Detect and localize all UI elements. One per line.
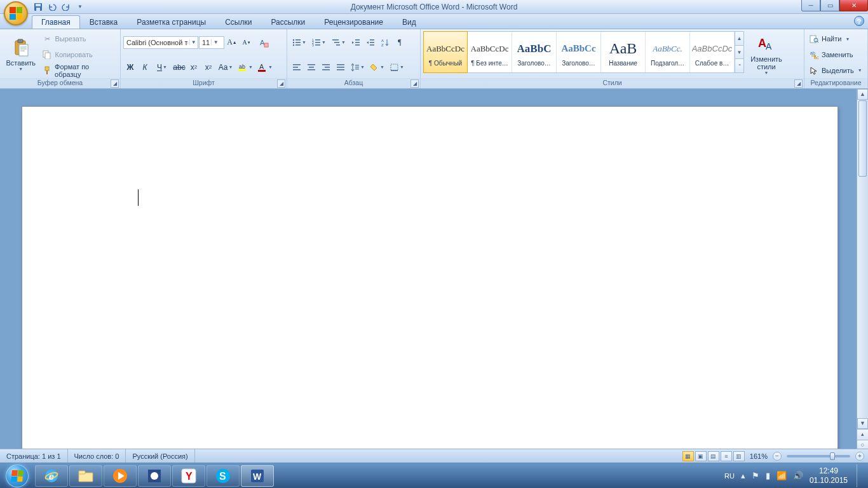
change-styles-button[interactable]: AA Изменить стили ▼ (747, 31, 786, 78)
font-size-combo[interactable]: 11▼ (199, 36, 224, 49)
scroll-up-button[interactable]: ▲ (857, 89, 868, 100)
tab-page-layout[interactable]: Разметка страницы (127, 15, 215, 29)
align-center-button[interactable] (304, 60, 318, 74)
decrease-indent-button[interactable] (349, 36, 363, 50)
underline-button[interactable]: Ч▼ (153, 60, 172, 74)
prev-page-button[interactable]: ▴ (857, 429, 868, 440)
style-item-4[interactable]: АаВНазвание (601, 32, 646, 72)
replace-button[interactable]: abacЗаменить (807, 48, 865, 62)
qat-customize-dropdown[interactable]: ▼ (74, 1, 86, 13)
status-words[interactable]: Число слов: 0 (68, 449, 126, 463)
sort-button[interactable]: AZ (378, 36, 392, 50)
view-draft-button[interactable]: ▥ (733, 451, 745, 461)
change-case-button[interactable]: Aa▼ (216, 60, 235, 74)
strikethrough-button[interactable]: abc (172, 60, 186, 74)
qat-undo-button[interactable] (46, 1, 58, 13)
zoom-thumb[interactable] (830, 452, 835, 460)
view-web-layout-button[interactable]: ▤ (708, 451, 719, 461)
highlight-button[interactable]: ab▼ (236, 60, 255, 74)
help-button[interactable]: ? (854, 16, 864, 26)
view-outline-button[interactable]: ≡ (721, 451, 732, 461)
style-item-0[interactable]: AaBbCcDc¶ Обычный (423, 31, 468, 73)
tray-volume-icon[interactable]: 🔊 (793, 471, 803, 480)
vertical-scrollbar[interactable]: ▲ ▼ ▴ ○ ▾ (857, 89, 868, 461)
cut-button[interactable]: ✂Вырезать (40, 32, 118, 46)
line-spacing-button[interactable]: ▼ (348, 60, 367, 74)
increase-indent-button[interactable] (363, 36, 377, 50)
style-item-1[interactable]: AaBbCcDc¶ Без инте… (468, 32, 512, 72)
shrink-font-button[interactable]: A▼ (240, 36, 254, 50)
justify-button[interactable] (334, 60, 348, 74)
format-painter-button[interactable]: Формат по образцу (40, 64, 118, 78)
gallery-more-button[interactable]: ⁼ (735, 59, 743, 72)
paste-button[interactable]: Вставить ▼ (3, 31, 39, 78)
tray-clock[interactable]: 12:49 01.10.2015 (810, 466, 848, 485)
status-language[interactable]: Русский (Россия) (126, 449, 194, 463)
tab-mailings[interactable]: Рассылки (261, 15, 315, 29)
scroll-down-button[interactable]: ▼ (857, 418, 868, 429)
show-desktop-button[interactable] (857, 464, 863, 487)
zoom-label[interactable]: 161% (750, 452, 768, 460)
styles-dialog-launcher[interactable]: ◢ (794, 79, 803, 88)
superscript-button[interactable]: x2 (201, 60, 215, 74)
taskbar-word-button[interactable]: W (241, 465, 274, 487)
italic-button[interactable]: К (138, 60, 152, 74)
tab-home[interactable]: Главная (32, 15, 80, 29)
tray-language[interactable]: RU (724, 472, 735, 480)
qat-save-button[interactable] (32, 1, 44, 13)
tray-show-hidden-icon[interactable]: ▴ (741, 471, 745, 480)
view-print-layout-button[interactable]: ▦ (682, 451, 694, 461)
font-dialog-launcher[interactable]: ◢ (277, 79, 285, 88)
office-button[interactable] (4, 1, 28, 25)
shading-button[interactable]: ▼ (368, 60, 387, 74)
tab-view[interactable]: Вид (393, 15, 426, 29)
font-name-combo[interactable]: Calibri (Основной те▼ (123, 36, 198, 49)
borders-button[interactable]: ▼ (388, 60, 407, 74)
tab-review[interactable]: Рецензирование (315, 15, 393, 29)
tray-battery-icon[interactable]: ▮ (766, 471, 770, 480)
clear-formatting-button[interactable]: A (254, 36, 273, 50)
view-full-screen-button[interactable]: ▣ (695, 451, 707, 461)
align-right-button[interactable] (319, 60, 333, 74)
style-item-5[interactable]: AaBbCc.Подзагол… (646, 32, 690, 72)
find-button[interactable]: Найти▼ (807, 32, 865, 46)
numbering-button[interactable]: 123▼ (309, 36, 329, 50)
copy-button[interactable]: Копировать (40, 48, 118, 62)
style-item-2[interactable]: AaBbCЗаголово… (512, 32, 557, 72)
gallery-down-button[interactable]: ▼ (735, 46, 743, 60)
bullets-button[interactable]: ▼ (290, 36, 309, 50)
multilevel-list-button[interactable]: ▼ (329, 36, 348, 50)
font-color-button[interactable]: A▼ (255, 60, 275, 74)
select-button[interactable]: Выделить▼ (807, 64, 865, 78)
tray-network-icon[interactable]: 📶 (776, 471, 787, 480)
show-marks-button[interactable]: ¶ (393, 36, 407, 50)
document-page[interactable] (22, 107, 837, 461)
scroll-thumb[interactable] (858, 100, 867, 177)
taskbar-explorer-button[interactable] (69, 465, 102, 487)
taskbar-app1-button[interactable] (138, 465, 171, 487)
grow-font-button[interactable]: A▲ (225, 36, 239, 50)
bold-button[interactable]: Ж (123, 60, 137, 74)
status-page[interactable]: Страница: 1 из 1 (0, 449, 68, 463)
start-button[interactable] (0, 463, 34, 489)
taskbar-ie-button[interactable]: e (35, 465, 68, 487)
tab-insert[interactable]: Вставка (80, 15, 128, 29)
tray-flag-icon[interactable]: ⚑ (752, 471, 759, 480)
taskbar-wmp-button[interactable] (104, 465, 137, 487)
gallery-up-button[interactable]: ▲ (735, 32, 743, 46)
style-item-6[interactable]: AaBbCcDcСлабое в… (690, 32, 735, 72)
paragraph-dialog-launcher[interactable]: ◢ (410, 79, 419, 88)
zoom-slider[interactable] (787, 455, 850, 458)
minimize-button[interactable]: ─ (801, 0, 820, 11)
taskbar-yandex-button[interactable]: Y (172, 465, 205, 487)
tab-references[interactable]: Ссылки (215, 15, 261, 29)
zoom-out-button[interactable]: − (773, 452, 782, 461)
close-button[interactable]: ✕ (839, 0, 868, 11)
align-left-button[interactable] (290, 60, 304, 74)
style-item-3[interactable]: AaBbCcЗаголово… (557, 32, 601, 72)
taskbar-skype-button[interactable]: S (207, 465, 240, 487)
subscript-button[interactable]: x2 (187, 60, 201, 74)
qat-redo-button[interactable] (60, 1, 72, 13)
maximize-button[interactable]: ▭ (820, 0, 839, 11)
clipboard-dialog-launcher[interactable]: ◢ (111, 79, 119, 88)
